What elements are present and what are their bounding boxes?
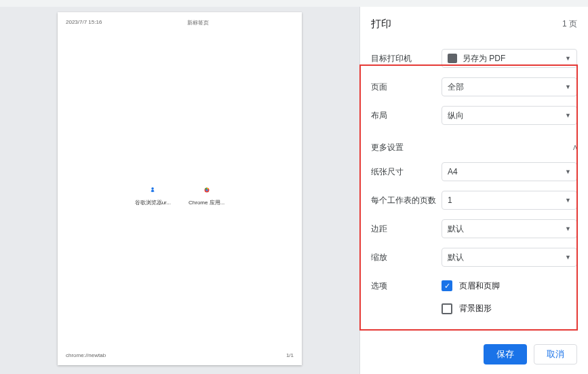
page-shortcuts: 谷歌浏览器ur... Chrome 应用... bbox=[58, 185, 302, 206]
svg-point-0 bbox=[152, 187, 155, 190]
print-preview-pane: 2023/7/7 15:16 新标签页 谷歌浏览器ur... Chrome 应用… bbox=[0, 7, 359, 374]
sheet-count: 1 页 bbox=[562, 18, 577, 30]
chevron-up-icon: ᐱ bbox=[573, 145, 577, 151]
pdf-icon bbox=[448, 54, 457, 63]
more-settings-label: 更多设置 bbox=[371, 142, 404, 153]
caret-down-icon: ▼ bbox=[565, 254, 571, 261]
page-shortcut-item: 谷歌浏览器ur... bbox=[135, 185, 171, 206]
caret-down-icon: ▼ bbox=[565, 112, 571, 119]
paper-size-select[interactable]: A4 ▼ bbox=[442, 162, 577, 181]
paper-size-label: 纸张尺寸 bbox=[371, 166, 442, 178]
pages-label: 页面 bbox=[371, 81, 442, 93]
page-header-datetime: 2023/7/7 15:16 bbox=[66, 19, 102, 26]
shortcut-label: Chrome 应用... bbox=[189, 199, 224, 206]
margins-label: 边距 bbox=[371, 223, 442, 235]
page-header-title: 新标签页 bbox=[187, 19, 209, 26]
window-topbar bbox=[0, 0, 588, 7]
options-label: 选项 bbox=[371, 280, 442, 292]
save-button[interactable]: 保存 bbox=[484, 344, 527, 364]
caret-down-icon: ▼ bbox=[565, 225, 571, 232]
print-title: 打印 bbox=[371, 18, 391, 31]
print-title-row: 打印 1 页 bbox=[371, 15, 577, 33]
headers-footers-label: 页眉和页脚 bbox=[459, 280, 500, 292]
destination-select[interactable]: 另存为 PDF ▼ bbox=[442, 49, 577, 68]
scale-label: 缩放 bbox=[371, 252, 442, 263]
dialog-footer: 保存 取消 bbox=[371, 336, 577, 374]
page-footer: chrome://newtab 1/1 bbox=[66, 352, 294, 358]
background-graphics-label: 背景图形 bbox=[459, 303, 492, 314]
paper-size-value: A4 bbox=[448, 167, 458, 176]
print-settings-pane: 打印 1 页 目标打印机 另存为 PDF ▼ 页面 bbox=[359, 7, 588, 374]
page-footer-pagenum: 1/1 bbox=[286, 352, 294, 358]
caret-down-icon: ▼ bbox=[565, 197, 571, 204]
page-footer-url: chrome://newtab bbox=[66, 352, 106, 358]
scale-select[interactable]: 默认 ▼ bbox=[442, 248, 577, 267]
pages-per-sheet-value: 1 bbox=[448, 195, 452, 205]
more-settings-toggle[interactable]: 更多设置 ᐱ bbox=[371, 130, 577, 157]
pages-per-sheet-label: 每个工作表的页数 bbox=[371, 195, 442, 206]
page-shortcut-item: Chrome 应用... bbox=[189, 185, 224, 206]
destination-value: 另存为 PDF bbox=[463, 53, 505, 64]
pages-select[interactable]: 全部 ▼ bbox=[442, 77, 577, 96]
layout-label: 布局 bbox=[371, 110, 442, 121]
page-header: 2023/7/7 15:16 新标签页 bbox=[66, 19, 294, 26]
destination-label: 目标打印机 bbox=[371, 53, 442, 64]
pages-per-sheet-select[interactable]: 1 ▼ bbox=[442, 191, 577, 210]
scale-value: 默认 bbox=[448, 252, 464, 263]
print-preview-page: 2023/7/7 15:16 新标签页 谷歌浏览器ur... Chrome 应用… bbox=[58, 12, 302, 365]
shortcut-icon bbox=[202, 185, 212, 195]
layout-value: 纵向 bbox=[448, 110, 464, 121]
cancel-button[interactable]: 取消 bbox=[534, 344, 577, 364]
layout-select[interactable]: 纵向 ▼ bbox=[442, 106, 577, 125]
shortcut-icon bbox=[148, 185, 157, 195]
caret-down-icon: ▼ bbox=[565, 83, 571, 90]
pages-value: 全部 bbox=[448, 81, 464, 93]
caret-down-icon: ▼ bbox=[565, 168, 571, 175]
margins-value: 默认 bbox=[448, 223, 464, 235]
background-graphics-checkbox[interactable] bbox=[442, 303, 452, 314]
shortcut-label: 谷歌浏览器ur... bbox=[135, 199, 171, 206]
caret-down-icon: ▼ bbox=[565, 55, 571, 62]
headers-footers-checkbox[interactable]: ✓ bbox=[442, 280, 452, 291]
margins-select[interactable]: 默认 ▼ bbox=[442, 219, 577, 238]
